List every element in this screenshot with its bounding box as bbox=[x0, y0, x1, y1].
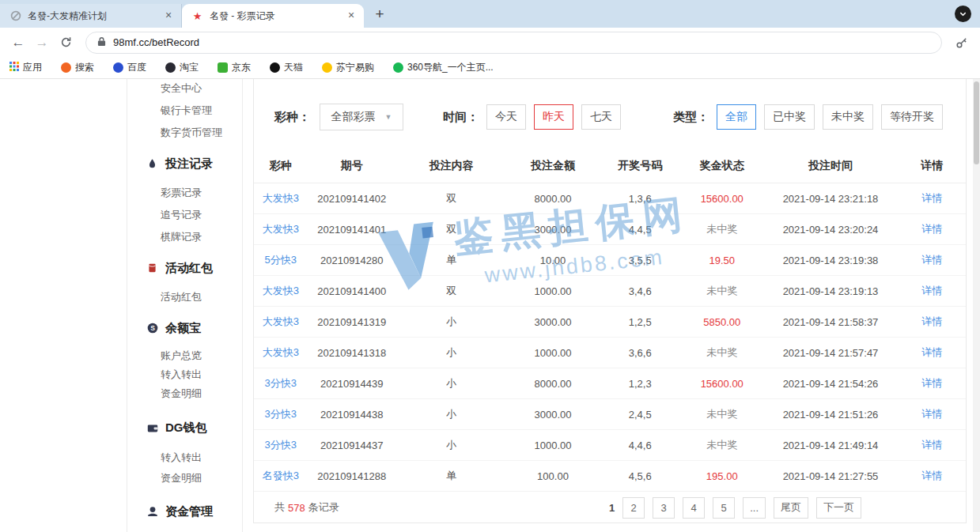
new-tab-button[interactable]: + bbox=[369, 3, 391, 25]
type-lost-button[interactable]: 未中奖 bbox=[823, 104, 873, 130]
close-tab-icon[interactable]: × bbox=[345, 9, 358, 22]
address-bar[interactable]: 98mf.cc/betRecord bbox=[85, 32, 942, 54]
page-2-button[interactable]: 2 bbox=[622, 497, 645, 519]
sidebar-item-fund-details[interactable]: 资金明细 bbox=[127, 384, 242, 403]
bookmark-360nav[interactable]: 360导航_一个主页... bbox=[393, 61, 494, 74]
back-icon[interactable]: ← bbox=[8, 32, 28, 53]
bookmark-search[interactable]: 搜索 bbox=[61, 61, 94, 74]
sidebar-item-boardgame-records[interactable]: 棋牌记录 bbox=[127, 226, 242, 248]
bookmark-label: 天猫 bbox=[284, 61, 303, 74]
cell-numbers: 1,2,5 bbox=[600, 316, 682, 328]
coin-hand-icon bbox=[146, 506, 158, 518]
page-3-button[interactable]: 3 bbox=[653, 497, 675, 519]
total-records-count: 578 bbox=[288, 502, 305, 514]
col-header-time: 投注时间 bbox=[763, 159, 899, 173]
sidebar-section-red-packet[interactable]: 活动红包 bbox=[127, 256, 242, 280]
sidebar-item-label: 活动红包 bbox=[161, 291, 202, 303]
sidebar-item-bank-card[interactable]: 银行卡管理 bbox=[127, 100, 242, 122]
cell-lottery[interactable]: 名發快3 bbox=[254, 469, 308, 483]
cell-lottery[interactable]: 3分快3 bbox=[254, 438, 308, 452]
ink-drop-icon bbox=[146, 158, 158, 170]
table-header-row: 彩种 期号 投注内容 投注金额 开奖号码 奖金状态 投注时间 详情 bbox=[254, 149, 966, 183]
bookmark-jd[interactable]: 京东 bbox=[218, 61, 251, 74]
time-today-button[interactable]: 今天 bbox=[486, 104, 526, 130]
sidebar-item-transfer-2[interactable]: 转入转出 bbox=[127, 447, 242, 468]
sidebar-section-label: 余额宝 bbox=[165, 321, 201, 336]
detail-link[interactable]: 详情 bbox=[899, 222, 967, 236]
page-4-button[interactable]: 4 bbox=[683, 497, 705, 519]
chevron-down-icon: ▼ bbox=[385, 113, 392, 121]
cell-lottery[interactable]: 3分快3 bbox=[254, 407, 308, 421]
sidebar-item-account-overview[interactable]: 账户总览 bbox=[127, 346, 242, 365]
bookmark-tmall[interactable]: 天猫 bbox=[270, 61, 303, 74]
sidebar-item-label: 棋牌记录 bbox=[161, 231, 202, 243]
browser-tab-2-active[interactable]: ★ 名發 - 彩票记录 × bbox=[182, 4, 364, 28]
scrollbar-track[interactable] bbox=[973, 79, 980, 532]
bookmark-taobao[interactable]: 淘宝 bbox=[165, 61, 199, 74]
bookmark-baidu[interactable]: 百度 bbox=[113, 61, 146, 74]
next-page-button[interactable]: 下一页 bbox=[816, 497, 861, 519]
lottery-select[interactable]: 全部彩票 ▼ bbox=[320, 104, 403, 130]
cell-time: 2021-09-14 21:58:37 bbox=[763, 316, 899, 328]
media-controls-button[interactable] bbox=[955, 6, 971, 22]
table-row: 大发快3 202109141400 双 1000.00 3,4,6 未中奖 20… bbox=[254, 276, 966, 307]
detail-link[interactable]: 详情 bbox=[899, 191, 967, 206]
last-page-button[interactable]: 尾页 bbox=[774, 497, 808, 519]
browser-tab-1[interactable]: 名發-大发精准计划 × bbox=[0, 4, 182, 28]
cell-status: 未中奖 bbox=[681, 438, 763, 452]
cell-lottery[interactable]: 大发快3 bbox=[254, 284, 308, 298]
type-all-button[interactable]: 全部 bbox=[717, 104, 756, 130]
cell-content: 小 bbox=[396, 376, 507, 391]
cell-amount: 10.00 bbox=[507, 255, 600, 266]
detail-link[interactable]: 详情 bbox=[899, 345, 967, 360]
sidebar-item-security-center[interactable]: 安全中心 bbox=[127, 79, 242, 100]
sidebar-item-transfer[interactable]: 转入转出 bbox=[127, 365, 242, 384]
cell-lottery[interactable]: 大发快3 bbox=[254, 191, 308, 206]
bookmark-suning[interactable]: 苏宁易购 bbox=[322, 61, 374, 74]
cell-lottery[interactable]: 5分快3 bbox=[254, 253, 308, 267]
detail-link[interactable]: 详情 bbox=[899, 469, 967, 483]
refresh-icon[interactable] bbox=[55, 32, 76, 53]
detail-link[interactable]: 详情 bbox=[899, 438, 967, 452]
scrollbar-thumb[interactable] bbox=[974, 81, 979, 164]
type-won-button[interactable]: 已中奖 bbox=[764, 104, 815, 130]
type-pending-button[interactable]: 等待开奖 bbox=[881, 104, 943, 130]
sidebar-item-lottery-records[interactable]: 彩票记录 bbox=[127, 182, 242, 204]
cell-lottery[interactable]: 大发快3 bbox=[254, 222, 308, 236]
sidebar-section-bet-records[interactable]: 投注记录 bbox=[127, 152, 242, 175]
button-label: 等待开奖 bbox=[890, 110, 934, 124]
detail-link[interactable]: 详情 bbox=[899, 376, 967, 391]
cell-issue: 20210914280 bbox=[308, 255, 397, 266]
sidebar-section-yuebao[interactable]: S 余额宝 bbox=[127, 316, 242, 340]
cell-lottery[interactable]: 3分快3 bbox=[254, 376, 308, 391]
sidebar-item-fund-details-2[interactable]: 资金明细 bbox=[127, 468, 242, 489]
time-yesterday-button[interactable]: 昨天 bbox=[534, 104, 573, 130]
lock-icon bbox=[97, 36, 106, 50]
forward-icon[interactable]: → bbox=[32, 32, 52, 53]
page-ellipsis-button[interactable]: ... bbox=[743, 497, 766, 519]
close-tab-icon[interactable]: × bbox=[162, 9, 175, 22]
cell-issue: 202109141400 bbox=[308, 285, 397, 297]
detail-link[interactable]: 详情 bbox=[899, 284, 967, 298]
cell-lottery[interactable]: 大发快3 bbox=[254, 345, 308, 360]
sidebar-item-chase-records[interactable]: 追号记录 bbox=[127, 204, 242, 226]
time-seven-days-button[interactable]: 七天 bbox=[581, 104, 621, 130]
sidebar-item-digital-currency[interactable]: 数字货币管理 bbox=[127, 122, 242, 144]
cell-lottery[interactable]: 大发快3 bbox=[254, 315, 308, 329]
page-label: 4 bbox=[691, 502, 697, 514]
detail-link[interactable]: 详情 bbox=[899, 315, 967, 329]
col-header-numbers: 开奖号码 bbox=[600, 159, 682, 173]
cell-status: 15600.00 bbox=[681, 193, 763, 205]
bookmark-apps[interactable]: 应用 bbox=[9, 61, 42, 74]
cell-issue: 202109141401 bbox=[308, 224, 397, 236]
sidebar-item-red-packet[interactable]: 活动红包 bbox=[127, 286, 242, 308]
detail-link[interactable]: 详情 bbox=[899, 253, 967, 267]
detail-link[interactable]: 详情 bbox=[899, 407, 967, 421]
sidebar-section-fund-management[interactable]: 资金管理 bbox=[127, 500, 242, 523]
password-key-icon[interactable] bbox=[952, 32, 972, 53]
page-5-button[interactable]: 5 bbox=[713, 497, 735, 519]
cell-status: 未中奖 bbox=[681, 407, 763, 421]
svg-text:S: S bbox=[150, 324, 155, 332]
sidebar-section-dg-wallet[interactable]: DG钱包 bbox=[127, 416, 242, 440]
cell-numbers: 3,6,6 bbox=[600, 347, 682, 359]
